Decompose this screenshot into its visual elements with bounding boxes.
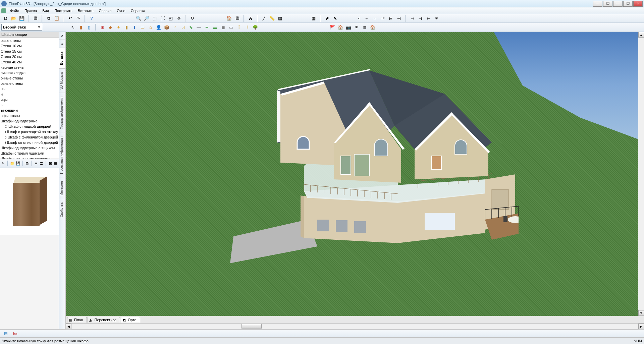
wall-tool-icon[interactable]: ▮ [77, 23, 85, 31]
scroll-right-icon[interactable]: ▶ [638, 324, 644, 329]
redo-icon[interactable]: ↷ [74, 15, 82, 22]
paste-icon[interactable]: 📋 [53, 15, 60, 22]
snap-icon[interactable]: ⬈ [323, 15, 331, 22]
menu-tools[interactable]: Сервис [97, 8, 113, 13]
text-icon[interactable]: A [247, 15, 254, 22]
door-tool-icon[interactable]: ▯ [85, 23, 93, 31]
scroll-down-icon[interactable]: ▼ [638, 310, 644, 316]
beam-tool-icon[interactable]: I [131, 23, 138, 31]
home-icon[interactable]: 🏠 [337, 23, 344, 31]
save-file-icon[interactable]: 💾 [18, 15, 25, 22]
side-tab-close-icon[interactable]: × [59, 32, 65, 40]
menu-help[interactable]: Справка [129, 8, 147, 13]
tree-item[interactable]: ны [0, 86, 59, 92]
scroll-up-icon[interactable]: ▲ [638, 32, 644, 38]
tree-item[interactable]: пичная кладка [0, 70, 59, 75]
print-icon[interactable]: 🖶 [32, 15, 39, 22]
tree-item[interactable]: Шкафы с четырьмя ящиками [0, 156, 59, 159]
menu-file[interactable]: Файл [8, 8, 21, 13]
tree-item[interactable]: касные стены [0, 65, 59, 70]
menu-view[interactable]: Вид [40, 8, 51, 13]
object-tree[interactable]: овые стеныСтена 10 смСтена 15 смСтена 20… [0, 38, 59, 159]
layers-icon[interactable]: ≣ [361, 23, 368, 31]
flag-icon[interactable]: 🚩 [329, 23, 336, 31]
shape-tool-icon[interactable]: ◆ [107, 23, 114, 31]
tree-item[interactable]: ы [0, 102, 59, 108]
align-top-icon[interactable]: ⫡ [379, 15, 386, 22]
zoom-window-icon[interactable]: ⬚ [151, 15, 158, 22]
side-tab-projectinfo[interactable]: Проектная информация [59, 133, 65, 177]
window-tool-icon[interactable]: ⊞ [99, 23, 106, 31]
menu-edit[interactable]: Правка [22, 8, 39, 13]
menu-window[interactable]: Окно [115, 8, 127, 13]
area2-tool-icon[interactable]: ▬ [211, 23, 219, 31]
minimize-button[interactable]: — [593, 1, 602, 7]
tree-item[interactable]: Шкаф с гладкой дверцей [0, 124, 59, 129]
side-tab-properties[interactable]: Свойства [59, 199, 65, 221]
horizontal-scrollbar[interactable]: ◀ ▶ [66, 323, 644, 329]
new-file-icon[interactable]: 🗋 [2, 15, 9, 22]
tree-item[interactable]: и [0, 92, 59, 97]
bottom-view-icon[interactable]: ⊞ [2, 330, 9, 337]
child-minimize-button[interactable]: — [613, 1, 623, 7]
zoom-out-icon[interactable]: 🔎 [143, 15, 150, 22]
area-icon[interactable]: ▦ [276, 15, 284, 22]
column-tool-icon[interactable]: ▮ [123, 23, 130, 31]
align-right-icon[interactable]: ⫠ [371, 15, 378, 22]
space-h-icon[interactable]: ⫦ [425, 15, 432, 22]
menu-insert[interactable]: Вставить [76, 8, 96, 13]
zoom-extents-icon[interactable]: ◰ [167, 15, 174, 22]
lt-select-icon[interactable]: ↖ [1, 160, 6, 167]
tree-item[interactable]: онные стены [0, 75, 59, 81]
tree-item[interactable]: Стена 10 см [0, 43, 59, 49]
floor-selector-combo[interactable]: Второй этаж ▼ [1, 24, 42, 31]
vertical-scrollbar[interactable]: ▲ ▼ [638, 32, 644, 316]
child-restore-button[interactable]: ❐ [623, 1, 633, 7]
plane-tool-icon[interactable]: ▭ [227, 23, 235, 31]
zoom-in-icon[interactable]: 🔍 [135, 15, 142, 22]
slab-tool-icon[interactable]: ━ [203, 23, 211, 31]
scroll-left-icon[interactable]: ◀ [66, 324, 71, 329]
print-preview-icon[interactable]: 🖶 [233, 15, 241, 22]
zoom-fit-icon[interactable]: ⛶ [159, 15, 166, 22]
stairs-tool-icon[interactable]: ⟋ [171, 23, 178, 31]
side-tab-3dmodel[interactable]: 3D-Модель [59, 68, 65, 93]
tree-item[interactable]: Стена 20 см [0, 54, 59, 59]
tree-item[interactable]: овные стены [0, 81, 59, 86]
lt-copy-icon[interactable]: ⧉ [25, 160, 30, 167]
camera-icon[interactable]: 📷 [345, 23, 352, 31]
tree-tool-icon[interactable]: 🌳 [252, 23, 259, 31]
terrain-tool-icon[interactable]: ⬊ [187, 23, 195, 31]
lt-folder-icon[interactable]: 📁 [10, 160, 15, 167]
fence2-tool-icon[interactable]: ⦀ [244, 23, 251, 31]
refresh-icon[interactable]: ↻ [189, 15, 196, 22]
hscroll-thumb[interactable] [241, 324, 262, 329]
side-tab-collapse-icon[interactable]: « [59, 40, 65, 48]
align-bottom-icon[interactable]: ⫣ [395, 15, 402, 22]
lt-tile-icon[interactable]: ▦ [53, 160, 58, 167]
view-tab-plan[interactable]: ▦ План [67, 317, 87, 323]
view3d-icon[interactable]: 👁 [353, 23, 360, 31]
path-tool-icon[interactable]: — [195, 23, 203, 31]
help-icon[interactable]: ? [88, 15, 95, 22]
undo-icon[interactable]: ↶ [66, 15, 74, 22]
lt-grid-icon[interactable]: ⊞ [48, 160, 53, 167]
lt-list2-icon[interactable]: ≣ [39, 160, 44, 167]
restore-button[interactable]: ❐ [603, 1, 612, 7]
distribute-h-icon[interactable]: ⫤ [409, 15, 416, 22]
view-tab-perspective[interactable]: ◭ Перспектива [88, 317, 120, 323]
align-center-icon[interactable]: ⫟ [363, 15, 370, 22]
space-v-icon[interactable]: ⫧ [433, 15, 440, 22]
rail-tool-icon[interactable]: ⩘ [179, 23, 186, 31]
tree-item[interactable]: Стена 40 см [0, 59, 59, 65]
view-tab-ortho[interactable]: ◩ Орто [121, 317, 140, 323]
side-tab-internet[interactable]: Интернет [59, 177, 65, 199]
copy-icon[interactable]: ⧉ [45, 15, 52, 22]
tree-item[interactable]: Шкаф со стеклянной дверцей [0, 140, 59, 145]
3d-viewport[interactable] [66, 32, 638, 316]
align-middle-icon[interactable]: ⫢ [387, 15, 394, 22]
bottom-bed-icon[interactable]: 🛏 [11, 330, 19, 337]
person-tool-icon[interactable]: 👤 [155, 23, 162, 31]
close-button[interactable]: ✕ [633, 1, 643, 7]
side-tab-insert[interactable]: Вставка [59, 48, 65, 68]
